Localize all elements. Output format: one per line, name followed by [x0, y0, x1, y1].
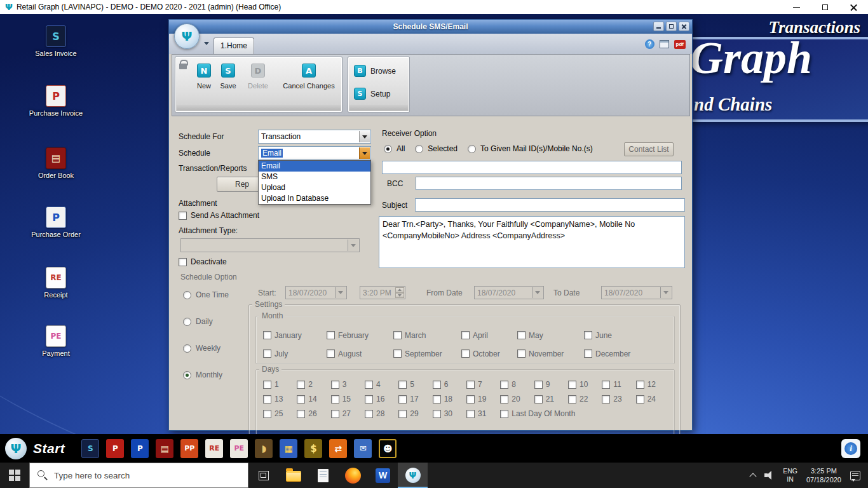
- close-icon[interactable]: [850, 3, 858, 11]
- quicklaunch-icon[interactable]: ☻: [379, 439, 397, 458]
- day-checkbox[interactable]: 21: [534, 392, 568, 406]
- desktop-shortcut[interactable]: S Sales Invoice: [25, 25, 86, 58]
- quicklaunch-icon[interactable]: S: [81, 439, 99, 458]
- day-checkbox[interactable]: 23: [602, 392, 635, 406]
- info-button[interactable]: i: [841, 439, 860, 458]
- desktop-shortcut[interactable]: P Purchase Invoice: [25, 85, 86, 118]
- quicklaunch-icon[interactable]: PP: [180, 439, 198, 458]
- day-checkbox[interactable]: 28: [365, 407, 398, 421]
- minimize-icon[interactable]: [792, 3, 801, 11]
- month-checkbox[interactable]: December: [584, 344, 670, 363]
- schedule-option-radio[interactable]: One Time: [183, 290, 229, 299]
- desktop-shortcut[interactable]: ▤ Order Book: [25, 147, 86, 180]
- day-checkbox[interactable]: 1: [263, 377, 297, 391]
- quicklaunch-icon[interactable]: P: [131, 439, 149, 458]
- taskbar-search[interactable]: [29, 463, 248, 488]
- schedule-dropdown-icon[interactable]: [359, 147, 370, 159]
- month-checkbox[interactable]: September: [393, 344, 461, 363]
- day-checkbox[interactable]: 12: [636, 377, 670, 391]
- day-checkbox[interactable]: 9: [534, 377, 568, 391]
- month-checkbox[interactable]: July: [263, 344, 327, 363]
- file-explorer-button[interactable]: [278, 463, 308, 488]
- desktop-shortcut[interactable]: RE Receipt: [25, 267, 86, 300]
- dropdown-option[interactable]: Upload In Database: [259, 193, 370, 204]
- receiver-option-radio[interactable]: To Given Mail ID(s)/Mobile No.(s): [468, 144, 593, 153]
- day-checkbox[interactable]: 29: [398, 407, 432, 421]
- month-checkbox[interactable]: March: [393, 326, 461, 344]
- day-checkbox[interactable]: 31: [466, 407, 500, 421]
- quicklaunch-icon[interactable]: ▤: [156, 439, 173, 458]
- dropdown-option[interactable]: Upload: [259, 182, 370, 193]
- day-checkbox[interactable]: 25: [263, 407, 297, 421]
- day-checkbox[interactable]: 2: [297, 377, 330, 391]
- quicklaunch-icon[interactable]: P: [106, 439, 124, 458]
- day-checkbox[interactable]: 24: [636, 392, 670, 406]
- month-checkbox[interactable]: August: [327, 344, 393, 363]
- day-checkbox[interactable]: 26: [297, 407, 330, 421]
- month-checkbox[interactable]: November: [517, 344, 584, 363]
- day-checkbox[interactable]: 14: [297, 392, 330, 406]
- schedule-option-radio[interactable]: Daily: [183, 317, 229, 326]
- subject-input[interactable]: [415, 198, 685, 212]
- day-checkbox[interactable]: Last Day Of Month: [500, 407, 670, 421]
- task-view-button[interactable]: [248, 463, 278, 488]
- day-checkbox[interactable]: 30: [433, 407, 466, 421]
- notepad-button[interactable]: [308, 463, 338, 488]
- day-checkbox[interactable]: 11: [602, 377, 635, 391]
- month-checkbox[interactable]: April: [461, 326, 517, 344]
- day-checkbox[interactable]: 7: [466, 377, 500, 391]
- dropdown-arrow-icon[interactable]: [359, 131, 370, 142]
- day-checkbox[interactable]: 16: [365, 392, 398, 406]
- schedule-option-radio[interactable]: Weekly: [183, 344, 229, 353]
- deactivate-checkbox[interactable]: Deactivate: [179, 257, 227, 266]
- message-textarea[interactable]: Dear Trn.<Party>, Thanks, Your Faithfull…: [379, 216, 685, 268]
- quicklaunch-icon[interactable]: PE: [230, 439, 248, 458]
- day-checkbox[interactable]: 27: [331, 407, 365, 421]
- quicklaunch-icon[interactable]: ✉: [354, 439, 372, 458]
- quicklaunch-icon[interactable]: RE: [205, 439, 223, 458]
- month-checkbox[interactable]: February: [327, 326, 393, 344]
- month-checkbox[interactable]: January: [263, 326, 327, 344]
- day-checkbox[interactable]: 19: [466, 392, 500, 406]
- retail-graph-taskbar-button[interactable]: Ψ: [398, 463, 428, 488]
- day-checkbox[interactable]: 15: [331, 392, 365, 406]
- retail-graph-logo-icon[interactable]: Ψ: [5, 438, 27, 459]
- day-checkbox[interactable]: 18: [433, 392, 466, 406]
- volume-icon[interactable]: [764, 471, 774, 480]
- day-checkbox[interactable]: 4: [365, 377, 398, 391]
- search-input[interactable]: [30, 463, 248, 487]
- day-checkbox[interactable]: 20: [500, 392, 534, 406]
- day-checkbox[interactable]: 17: [398, 392, 432, 406]
- receiver-option-radio[interactable]: All: [384, 144, 405, 153]
- contact-list-button[interactable]: Contact List: [624, 142, 674, 156]
- maximize-icon[interactable]: [821, 3, 829, 11]
- schedule-option-radio[interactable]: Monthly: [183, 370, 229, 379]
- quicklaunch-icon[interactable]: ▦: [280, 439, 297, 458]
- quicklaunch-icon[interactable]: ⇄: [329, 439, 347, 458]
- start-button[interactable]: Start: [33, 441, 65, 456]
- day-checkbox[interactable]: 6: [433, 377, 466, 391]
- notification-icon[interactable]: [850, 471, 860, 480]
- desktop-shortcut[interactable]: P Purchase Order: [25, 207, 86, 240]
- firefox-button[interactable]: [338, 463, 368, 488]
- tray-chevron-icon[interactable]: [750, 473, 757, 480]
- dropdown-option[interactable]: SMS: [259, 172, 370, 182]
- quicklaunch-icon[interactable]: ◗: [255, 439, 273, 458]
- recipient-input[interactable]: [382, 161, 682, 174]
- day-checkbox[interactable]: 3: [331, 377, 365, 391]
- month-checkbox[interactable]: May: [517, 326, 584, 344]
- bcc-input[interactable]: [416, 177, 682, 190]
- receiver-option-radio[interactable]: Selected: [415, 144, 458, 153]
- windows-start-button[interactable]: [0, 463, 29, 488]
- schedule-for-select[interactable]: Transaction: [258, 130, 371, 144]
- language-indicator[interactable]: ENG IN: [783, 467, 797, 484]
- day-checkbox[interactable]: 22: [568, 392, 602, 406]
- day-checkbox[interactable]: 8: [500, 377, 534, 391]
- w-app-button[interactable]: W: [368, 463, 398, 488]
- day-checkbox[interactable]: 10: [568, 377, 602, 391]
- day-checkbox[interactable]: 13: [263, 392, 297, 406]
- month-checkbox[interactable]: October: [461, 344, 517, 363]
- month-checkbox[interactable]: June: [584, 326, 670, 344]
- dropdown-option[interactable]: Email: [259, 161, 370, 172]
- clock[interactable]: 3:25 PM 07/18/2020: [806, 466, 841, 485]
